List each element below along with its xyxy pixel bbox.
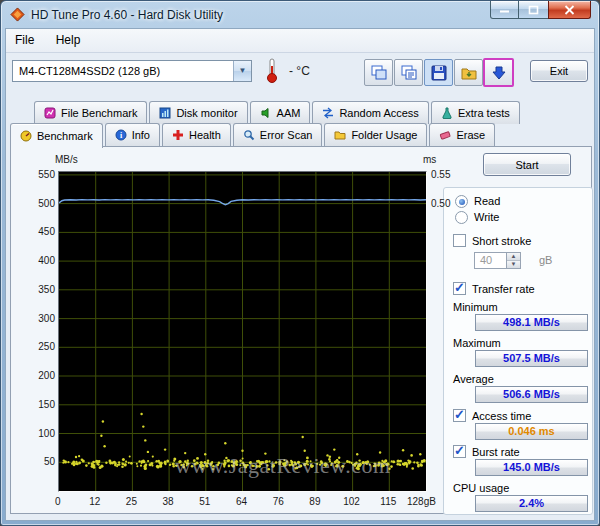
tab-health-label: Health: [189, 129, 221, 141]
drive-select-value: M4-CT128M4SSD2 (128 gB): [13, 61, 233, 81]
maximum-label: Maximum: [453, 337, 501, 349]
tab-random-access-label: Random Access: [339, 107, 418, 119]
axis-tick: 0: [55, 496, 61, 507]
tab-row-bottom: Benchmark i Info Health Error Scan Folde…: [10, 123, 497, 148]
access-time-label[interactable]: Access time: [472, 410, 531, 422]
chevron-down-icon[interactable]: ▼: [233, 61, 251, 81]
tab-folder-usage[interactable]: Folder Usage: [324, 123, 427, 146]
axis-tick: 550: [25, 169, 55, 180]
close-button[interactable]: [548, 1, 591, 19]
health-cross-icon: [172, 129, 184, 141]
tab-benchmark[interactable]: Benchmark: [10, 123, 103, 148]
short-stroke-size-value[interactable]: 40: [475, 253, 506, 268]
benchmark-panel: MB/s ms Start www.JagatReview.com Read W…: [10, 146, 592, 514]
stepper-up-icon[interactable]: ▲: [507, 253, 520, 260]
axis-tick: 150: [25, 399, 55, 410]
copy-image-button[interactable]: [364, 59, 393, 86]
tab-disk-monitor-label: Disk monitor: [176, 107, 237, 119]
thermometer-icon: [265, 57, 279, 84]
transfer-rate-label[interactable]: Transfer rate: [472, 283, 535, 295]
tab-folder-usage-label: Folder Usage: [351, 129, 417, 141]
benchmark-chart: www.JagatReview.com: [58, 171, 427, 492]
tab-error-scan-label: Error Scan: [260, 129, 313, 141]
copy-text-button[interactable]: [394, 59, 423, 86]
download-arrow-icon: [490, 64, 508, 82]
app-icon: [10, 7, 25, 22]
minimum-value: 498.1 MB/s: [475, 314, 588, 331]
file-benchmark-icon: [44, 107, 56, 119]
drive-select[interactable]: M4-CT128M4SSD2 (128 gB) ▼: [12, 60, 252, 82]
burst-rate-value: 145.0 MB/s: [475, 459, 588, 476]
burst-rate-label[interactable]: Burst rate: [472, 446, 520, 458]
menu-bar: File Help: [6, 29, 594, 53]
transfer-rate-checkbox[interactable]: [453, 282, 466, 295]
export-button[interactable]: [454, 59, 483, 86]
axis-tick: 400: [25, 255, 55, 266]
tab-info[interactable]: i Info: [105, 123, 160, 146]
copy-text-icon: [400, 64, 418, 82]
info-icon: i: [115, 129, 127, 141]
read-label[interactable]: Read: [474, 195, 500, 207]
maximize-button[interactable]: [519, 1, 548, 19]
gauge-icon: [20, 130, 32, 142]
folder-icon: [334, 129, 346, 141]
write-radio[interactable]: [455, 211, 468, 224]
maximize-icon: [528, 5, 539, 15]
axis-tick: 350: [25, 284, 55, 295]
short-stroke-unit-label: gB: [539, 254, 552, 266]
tab-info-label: Info: [132, 129, 150, 141]
axis-tick: 0.50: [431, 198, 463, 209]
tab-aam-label: AAM: [277, 107, 301, 119]
tab-error-scan[interactable]: Error Scan: [233, 123, 323, 146]
average-value: 506.6 MB/s: [475, 386, 588, 403]
tab-erase[interactable]: Erase: [429, 123, 495, 146]
burst-rate-checkbox[interactable]: [453, 445, 466, 458]
axis-tick: 51: [190, 496, 220, 507]
minimum-label: Minimum: [453, 301, 498, 313]
axis-tick: 25: [116, 496, 146, 507]
axis-tick: 200: [25, 370, 55, 381]
access-time-checkbox[interactable]: [453, 409, 466, 422]
random-access-icon: [322, 107, 334, 119]
menu-help[interactable]: Help: [47, 29, 90, 51]
axis-tick: 128gB: [407, 496, 436, 507]
speaker-icon: [260, 107, 272, 119]
short-stroke-size-stepper[interactable]: 40 ▲ ▼: [474, 252, 521, 269]
title-bar[interactable]: HD Tune Pro 4.60 - Hard Disk Utility: [1, 1, 599, 28]
download-results-button[interactable]: [483, 58, 514, 87]
watermark: www.JagatReview.com: [175, 453, 391, 479]
minimize-button[interactable]: [490, 1, 519, 19]
start-button[interactable]: Start: [483, 153, 571, 176]
tab-extra-tests-label: Extra tests: [458, 107, 510, 119]
tab-extra-tests[interactable]: Extra tests: [431, 101, 520, 124]
short-stroke-label[interactable]: Short stroke: [472, 235, 531, 247]
tab-benchmark-label: Benchmark: [37, 130, 93, 142]
axis-tick: 76: [263, 496, 293, 507]
average-label: Average: [453, 373, 494, 385]
tab-random-access[interactable]: Random Access: [312, 101, 428, 124]
caption-buttons: [490, 1, 591, 19]
magnifier-icon: [243, 129, 255, 141]
menu-file[interactable]: File: [6, 29, 43, 51]
stepper-down-icon[interactable]: ▼: [507, 260, 520, 268]
short-stroke-checkbox[interactable]: [453, 234, 466, 247]
save-screenshot-button[interactable]: [424, 59, 453, 86]
save-icon: [430, 64, 448, 82]
exit-button[interactable]: Exit: [530, 60, 588, 82]
eraser-icon: [439, 129, 451, 141]
tab-row-top: File Benchmark Disk monitor AAM Random A…: [34, 101, 522, 124]
write-label[interactable]: Write: [474, 211, 499, 223]
axis-tick: 38: [153, 496, 183, 507]
disk-monitor-icon: [159, 107, 171, 119]
app-window: HD Tune Pro 4.60 - Hard Disk Utility Fil…: [0, 0, 600, 526]
axis-tick: 0.55: [431, 169, 463, 180]
tab-file-benchmark[interactable]: File Benchmark: [34, 101, 147, 124]
tab-aam[interactable]: AAM: [250, 101, 311, 124]
stepper-arrows: ▲ ▼: [506, 253, 520, 268]
close-icon: [564, 5, 575, 15]
tab-health[interactable]: Health: [162, 123, 231, 146]
minimize-icon: [499, 5, 510, 14]
tab-disk-monitor[interactable]: Disk monitor: [149, 101, 247, 124]
left-axis-title: MB/s: [55, 154, 78, 165]
axis-tick: 64: [227, 496, 257, 507]
